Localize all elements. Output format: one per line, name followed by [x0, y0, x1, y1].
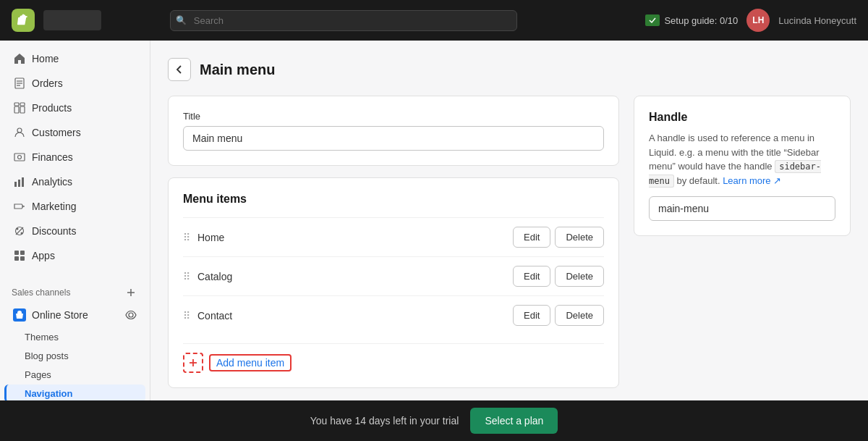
page-header: Main menu: [168, 58, 851, 81]
menu-item-contact-label: Contact: [197, 310, 509, 322]
drag-handle-home[interactable]: ⠿: [183, 232, 190, 243]
menu-item-home-row: ⠿ Home Edit Delete: [183, 217, 604, 256]
title-card: Title: [168, 96, 619, 166]
layout: Home Orders Products Customers Finances: [0, 41, 868, 400]
sidebar-item-label-customers: Customers: [32, 127, 81, 138]
sidebar-item-label-orders: Orders: [32, 77, 63, 89]
marketing-icon: [13, 200, 26, 213]
sidebar-item-navigation[interactable]: Navigation: [4, 385, 145, 400]
sidebar-item-discounts[interactable]: Discounts: [4, 219, 145, 243]
setup-guide[interactable]: Setup guide: 0/10: [645, 14, 738, 26]
add-menu-item-row[interactable]: Add menu item: [183, 343, 604, 373]
edit-catalog-button[interactable]: Edit: [513, 266, 550, 287]
sidebar-item-home[interactable]: Home: [4, 47, 145, 70]
menu-items-title: Menu items: [183, 193, 604, 206]
sidebar-item-finances[interactable]: Finances: [4, 146, 145, 169]
back-button[interactable]: [168, 58, 191, 81]
add-menu-item-button[interactable]: Add menu item: [209, 354, 292, 371]
topbar: 🔍 Setup guide: 0/10 LH Lucinda Honeycutt: [0, 0, 868, 41]
orders-icon: [13, 77, 26, 90]
delete-home-button[interactable]: Delete: [555, 227, 604, 248]
sidebar-item-label-discounts: Discounts: [32, 225, 76, 237]
title-input[interactable]: [183, 126, 604, 151]
sidebar-item-marketing[interactable]: Marketing: [4, 195, 145, 218]
navigation-label: Navigation: [25, 388, 72, 399]
store-name[interactable]: [43, 10, 101, 30]
themes-label: Themes: [25, 332, 59, 343]
left-column: Title Menu items ⠿ Home Edit Delete: [168, 96, 619, 400]
svg-rect-14: [22, 177, 24, 187]
sidebar-item-themes[interactable]: Themes: [4, 328, 145, 346]
sidebar-item-label-products: Products: [32, 102, 72, 114]
right-column: Handle A handle is used to reference a m…: [634, 96, 851, 400]
avatar[interactable]: LH: [746, 9, 770, 32]
analytics-icon: [13, 175, 26, 188]
sidebar-item-orders[interactable]: Orders: [4, 72, 145, 95]
sidebar-item-products[interactable]: Products: [4, 96, 145, 119]
sidebar-item-apps[interactable]: Apps: [4, 244, 145, 267]
apps-icon: [13, 249, 26, 262]
sidebar-item-customers[interactable]: Customers: [4, 121, 145, 144]
handle-card-title: Handle: [649, 111, 835, 124]
menu-items-card: Menu items ⠿ Home Edit Delete ⠿ Catalog …: [168, 177, 619, 388]
menu-item-catalog-label: Catalog: [197, 271, 509, 282]
sidebar-item-pages[interactable]: Pages: [4, 366, 145, 384]
trial-banner: You have 14 days left in your trial Sele…: [0, 400, 868, 441]
sidebar-item-label-marketing: Marketing: [32, 201, 76, 212]
edit-contact-button[interactable]: Edit: [513, 305, 550, 326]
drag-handle-catalog[interactable]: ⠿: [183, 271, 190, 282]
learn-more-link[interactable]: Learn more ↗: [723, 175, 781, 186]
handle-card: Handle A handle is used to reference a m…: [634, 96, 851, 236]
content-grid: Title Menu items ⠿ Home Edit Delete: [168, 96, 851, 400]
svg-rect-23: [20, 256, 25, 261]
sidebar-item-blog-posts[interactable]: Blog posts: [4, 347, 145, 365]
svg-point-11: [18, 156, 22, 159]
pages-label: Pages: [25, 369, 51, 380]
sidebar-item-online-store[interactable]: Online Store: [4, 303, 145, 327]
delete-catalog-button[interactable]: Delete: [555, 266, 604, 287]
sidebar-item-label-analytics: Analytics: [32, 176, 72, 188]
sidebar-item-label-finances: Finances: [32, 151, 73, 163]
trial-text: You have 14 days left in your trial: [310, 415, 459, 427]
svg-rect-6: [20, 106, 25, 113]
setup-guide-text: Setup guide: 0/10: [664, 15, 738, 26]
svg-point-9: [17, 128, 22, 133]
search-icon: 🔍: [176, 15, 187, 25]
online-store-visibility-icon[interactable]: [125, 309, 137, 321]
add-menu-item-icon: [183, 353, 203, 373]
svg-rect-0: [648, 17, 657, 24]
customers-icon: [13, 126, 26, 139]
svg-point-26: [129, 313, 133, 317]
search-input[interactable]: [170, 10, 517, 31]
svg-rect-20: [14, 251, 19, 255]
svg-rect-22: [14, 256, 19, 261]
svg-rect-12: [14, 182, 17, 187]
sidebar-item-analytics[interactable]: Analytics: [4, 170, 145, 193]
menu-item-contact-row: ⠿ Contact Edit Delete: [183, 295, 604, 335]
page-title: Main menu: [200, 62, 275, 78]
svg-rect-5: [14, 106, 19, 113]
menu-item-home-label: Home: [197, 232, 509, 243]
select-plan-button[interactable]: Select a plan: [470, 408, 558, 434]
home-icon: [13, 52, 26, 65]
products-icon: [13, 101, 26, 114]
handle-description: A handle is used to reference a menu in …: [649, 131, 835, 188]
sidebar: Home Orders Products Customers Finances: [0, 41, 150, 400]
main-content: Main menu Title Menu items ⠿ Home: [150, 41, 868, 400]
setup-flag-icon: [645, 14, 660, 26]
sidebar-item-label-home: Home: [32, 53, 59, 64]
svg-rect-8: [20, 103, 25, 106]
title-field-label: Title: [183, 111, 604, 122]
blog-posts-label: Blog posts: [25, 350, 69, 361]
online-store-icon: [13, 308, 26, 322]
svg-rect-13: [18, 180, 20, 187]
drag-handle-contact[interactable]: ⠿: [183, 310, 190, 322]
finances-icon: [13, 151, 26, 164]
delete-contact-button[interactable]: Delete: [555, 305, 604, 326]
handle-input[interactable]: [649, 196, 835, 221]
sub-nav: Themes Blog posts Pages Navigation Prefe…: [0, 327, 150, 400]
add-sales-channel-button[interactable]: [124, 285, 138, 300]
online-store-label: Online Store: [32, 309, 88, 321]
edit-home-button[interactable]: Edit: [513, 227, 550, 248]
sidebar-item-label-apps: Apps: [32, 250, 55, 261]
